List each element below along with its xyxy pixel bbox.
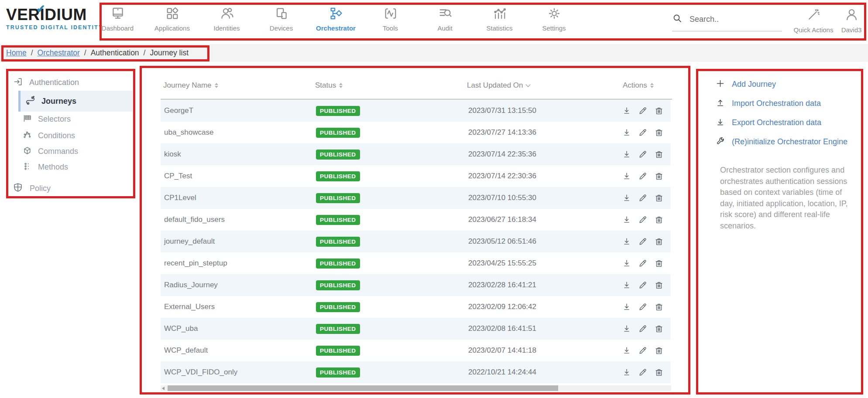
add-journey-button[interactable]: Add Journey: [716, 75, 860, 94]
edit-journey-button[interactable]: [638, 127, 648, 138]
sidebar-item-conditions[interactable]: Conditions: [23, 129, 75, 142]
table-row: WCP_uba PUBLISHED 2023/02/08 16:41:51: [161, 318, 671, 340]
edit-journey-button[interactable]: [638, 302, 648, 312]
edit-journey-button[interactable]: [638, 171, 648, 181]
edit-journey-button[interactable]: [638, 193, 648, 203]
nav-label: Tools: [383, 24, 398, 32]
methods-icon: [23, 162, 32, 173]
journey-name: kiosk: [164, 143, 181, 165]
sidebar-item-label: Conditions: [38, 131, 75, 140]
reinitialize-orchestrator-engine-button[interactable]: (Re)initialize Orchestrator Engine: [716, 132, 860, 151]
download-journey-button[interactable]: [621, 236, 632, 247]
action-label: Import Orchestration data: [732, 99, 821, 108]
delete-journey-button[interactable]: [654, 193, 664, 203]
sidebar-section-label: Authentication: [29, 78, 79, 87]
nav-item-applications[interactable]: Applications: [145, 3, 199, 39]
status-badge: PUBLISHED: [316, 259, 360, 269]
scrollbar-thumb[interactable]: [168, 385, 558, 391]
veridium-logo: VERI✔DIUM TRUSTED DIGITAL IDENTITY: [6, 5, 93, 31]
download-journey-button[interactable]: [621, 149, 632, 160]
sidebar-item-methods[interactable]: Methods: [23, 160, 68, 173]
journey-name: CP1Level: [164, 187, 196, 209]
nav-label: Statistics: [486, 24, 512, 32]
edit-journey-button[interactable]: [638, 345, 648, 356]
table-row: WCP_VDI_FIDO_only PUBLISHED 2022/10/21 1…: [161, 361, 671, 383]
delete-journey-button[interactable]: [654, 302, 664, 312]
download-journey-button[interactable]: [621, 302, 632, 312]
horizontal-scrollbar[interactable]: [161, 385, 671, 391]
download-journey-button[interactable]: [621, 367, 632, 378]
table-header-divider: [161, 99, 672, 99]
delete-journey-button[interactable]: [654, 258, 664, 269]
delete-journey-button[interactable]: [654, 345, 664, 356]
download-journey-button[interactable]: [621, 214, 632, 225]
last-updated-cell: 2023/07/14 22:30:36: [468, 165, 536, 187]
last-updated-cell: 2023/07/10 10:55:30: [468, 187, 536, 209]
sidebar-section-authentication[interactable]: Authentication: [13, 77, 79, 88]
status-cell: PUBLISHED: [316, 209, 360, 231]
row-actions: [621, 361, 664, 383]
delete-journey-button[interactable]: [654, 149, 664, 160]
nav-item-statistics[interactable]: Statistics: [472, 3, 527, 39]
column-header-journey-name[interactable]: Journey Name: [163, 81, 218, 90]
nav-item-orchestrator[interactable]: Orchestrator: [309, 3, 363, 39]
row-actions: [621, 274, 664, 296]
export-orchestration-data-button[interactable]: Export Orchestration data: [716, 113, 860, 132]
delete-journey-button[interactable]: [654, 171, 664, 181]
delete-journey-button[interactable]: [654, 323, 664, 334]
edit-journey-button[interactable]: [638, 258, 648, 269]
delete-journey-button[interactable]: [654, 214, 664, 225]
nav-item-audit[interactable]: Audit: [418, 3, 472, 39]
download-journey-button[interactable]: [621, 323, 632, 334]
import-orchestration-data-button[interactable]: Import Orchestration data: [716, 94, 860, 113]
download-journey-button[interactable]: [621, 280, 632, 290]
column-header-last-updated[interactable]: Last Updated On: [467, 81, 530, 90]
column-header-actions[interactable]: Actions: [623, 81, 654, 90]
search-input[interactable]: [690, 15, 772, 24]
breadcrumb-orchestrator[interactable]: Orchestrator: [38, 48, 80, 58]
download-icon: [716, 117, 725, 128]
action-label: Export Orchestration data: [732, 118, 821, 127]
edit-journey-button[interactable]: [638, 367, 648, 378]
download-journey-button[interactable]: [621, 345, 632, 356]
edit-journey-button[interactable]: [638, 236, 648, 247]
column-header-status[interactable]: Status: [315, 81, 343, 90]
sidebar-item-selectors[interactable]: Selectors: [23, 112, 71, 126]
table-row: kiosk PUBLISHED 2023/07/14 22:35:36: [161, 143, 671, 165]
nav-label: Settings: [542, 24, 566, 32]
nav-item-settings[interactable]: Settings: [527, 3, 581, 39]
sidebar-item-commands[interactable]: Commands: [23, 145, 78, 158]
sidebar-item-journeys[interactable]: Journeys: [18, 91, 133, 112]
delete-journey-button[interactable]: [654, 127, 664, 138]
statistics-icon: [492, 3, 507, 24]
nav-label: Dashboard: [102, 24, 134, 32]
delete-journey-button[interactable]: [654, 236, 664, 247]
nav-item-devices[interactable]: Devices: [254, 3, 309, 39]
download-journey-button[interactable]: [621, 171, 632, 181]
status-badge: PUBLISHED: [316, 171, 360, 181]
edit-journey-button[interactable]: [638, 105, 648, 116]
delete-journey-button[interactable]: [654, 280, 664, 290]
nav-item-dashboard[interactable]: Dashboard: [90, 3, 145, 39]
download-journey-button[interactable]: [621, 193, 632, 203]
download-journey-button[interactable]: [621, 258, 632, 269]
delete-journey-button[interactable]: [654, 105, 664, 116]
delete-journey-button[interactable]: [654, 367, 664, 378]
sidebar-item-label: Policy: [30, 184, 51, 193]
breadcrumb-bar: Home / Orchestrator / Authentication / J…: [0, 44, 868, 62]
breadcrumb-home[interactable]: Home: [6, 48, 27, 58]
edit-journey-button[interactable]: [638, 280, 648, 290]
row-actions: [621, 143, 664, 165]
quick-actions-button[interactable]: Quick Actions: [791, 4, 836, 34]
nav-item-tools[interactable]: Tools: [363, 3, 418, 39]
nav-item-identities[interactable]: Identities: [199, 3, 254, 39]
last-updated-cell: 2023/07/27 14:13:36: [468, 122, 536, 143]
scrollbar-left-arrow-icon[interactable]: [162, 387, 165, 390]
user-menu[interactable]: David3: [837, 4, 866, 34]
sidebar-item-policy[interactable]: Policy: [13, 182, 51, 195]
edit-journey-button[interactable]: [638, 149, 648, 160]
download-journey-button[interactable]: [621, 105, 632, 116]
edit-journey-button[interactable]: [638, 323, 648, 334]
download-journey-button[interactable]: [621, 127, 632, 138]
edit-journey-button[interactable]: [638, 214, 648, 225]
